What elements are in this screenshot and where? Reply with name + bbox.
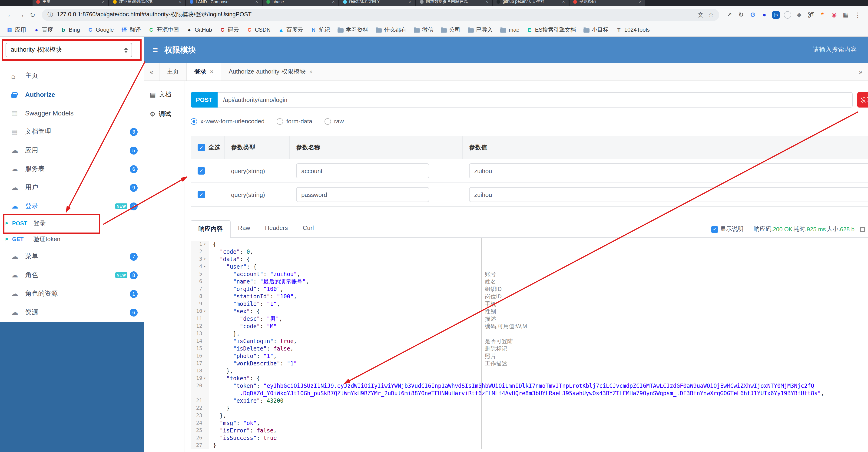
response-tab[interactable]: Curl [295, 220, 321, 238]
hujiang-extension-icon[interactable]: 泸 [807, 11, 814, 19]
url-text[interactable]: 127.0.0.1:8760/api/gate/doc.html#/author… [57, 11, 693, 19]
bookmark-item[interactable]: EES搜索引擎文档 [527, 26, 576, 34]
doc-tab[interactable]: 登录× [187, 63, 221, 81]
sidebar-api-get[interactable]: ⚑GET验证token [0, 231, 144, 247]
select-all-checkbox[interactable]: ✓ [197, 144, 205, 151]
paw-extension-icon[interactable]: ● [761, 11, 768, 19]
tabs-collapse-right[interactable]: » [852, 63, 868, 81]
header-search-input[interactable]: 请输入搜索内容 [813, 46, 857, 54]
bookmark-item[interactable]: 微信 [414, 26, 433, 34]
omnibox[interactable]: ⓘ 127.0.0.1:8760/api/gate/doc.html#/auth… [42, 9, 719, 21]
browser-tab[interactable]: 建业高远测试环境× [109, 0, 185, 6]
site-info-icon[interactable]: ⓘ [48, 11, 53, 19]
doc-menu-doc[interactable]: ▤文档 [144, 85, 185, 104]
tab-close-icon[interactable]: × [485, 0, 488, 4]
tab-close-icon[interactable]: × [179, 0, 181, 4]
param-name-input[interactable] [296, 163, 429, 178]
response-tab[interactable]: Headers [257, 220, 295, 238]
param-value-input[interactable] [469, 163, 868, 178]
bookmark-item[interactable]: GGoogle [87, 27, 114, 33]
bookmark-item[interactable]: 什么都有 [376, 26, 406, 34]
sidebar-item-login[interactable]: ☁登录NEW2 [0, 197, 144, 216]
bookmark-item[interactable]: 已导入 [468, 26, 493, 34]
fold-arrow-icon[interactable]: ▾ [204, 375, 209, 382]
tabs-collapse-left[interactable]: « [144, 63, 159, 81]
bookmark-item[interactable]: G码云 [219, 26, 239, 34]
bookmark-item[interactable]: 小目标 [584, 26, 609, 34]
reload-icon[interactable]: ↻ [27, 11, 38, 19]
fold-arrow-icon[interactable]: ▾ [204, 308, 209, 315]
bookmark-item[interactable]: 学习资料 [338, 26, 368, 34]
param-name-input[interactable] [296, 187, 429, 202]
bookmark-item[interactable]: mac [500, 27, 519, 33]
bookmark-item[interactable]: C开源中国 [148, 26, 179, 34]
browser-tab[interactable]: LAND - Compose…× [186, 0, 262, 6]
history-extension-icon[interactable]: ↻ [737, 11, 745, 19]
bookmark-item[interactable]: N笔记 [311, 26, 330, 34]
apps-grid-extension-icon[interactable]: ▦ [842, 11, 849, 19]
browser-tab[interactable]: react 域名导向？× [339, 0, 415, 6]
tab-close-icon[interactable]: × [639, 0, 642, 4]
bookmark-item[interactable]: ▲百度云 [278, 26, 303, 34]
tab-close-icon[interactable]: × [409, 0, 411, 4]
sidebar-item-resource[interactable]: ☁资源6 [0, 303, 144, 322]
fold-arrow-icon[interactable]: ▾ [204, 241, 209, 248]
sidebar-api-post[interactable]: ⚑POST登录 [0, 216, 144, 231]
param-checkbox[interactable]: ✓ [197, 191, 205, 198]
content-type-radio[interactable]: raw [324, 118, 344, 125]
bookmark-item[interactable]: ●百度 [33, 26, 53, 34]
browser-tab[interactable]: github pecan/天天生鲜× [493, 0, 568, 6]
forward-icon[interactable]: → [16, 11, 27, 19]
tab-close-icon[interactable]: × [332, 0, 335, 4]
param-value-input[interactable] [469, 187, 868, 202]
tab-close-icon[interactable]: × [255, 0, 258, 4]
tab-close-icon[interactable]: × [562, 0, 565, 4]
fold-arrow-icon[interactable]: ▾ [204, 263, 209, 271]
show-description-checkbox[interactable]: ✓ [712, 226, 718, 232]
circle-extension-icon[interactable] [784, 11, 791, 19]
sidebar-item-role[interactable]: ☁角色NEW8 [0, 266, 144, 284]
hamburger-icon[interactable]: ≡ [153, 45, 158, 55]
response-tab[interactable]: Raw [230, 220, 257, 238]
tab-close-icon[interactable]: × [210, 68, 213, 75]
sidebar-item-app[interactable]: ☁应用5 [0, 141, 144, 160]
browser-tab[interactable]: hbase× [263, 0, 338, 6]
back-icon[interactable]: ← [5, 11, 16, 19]
service-group-select[interactable]: authority-权限模块 [6, 43, 132, 57]
sidebar-item-menu[interactable]: ☁菜单7 [0, 247, 144, 266]
sidebar-item-home[interactable]: ⌂主页 [0, 66, 144, 85]
tab-close-icon[interactable]: × [309, 68, 313, 75]
fullscreen-icon[interactable] [860, 227, 865, 232]
doc-tab[interactable]: Authorize-authority-权限模块× [221, 63, 320, 81]
doc-menu-debug[interactable]: ⚙调试 [144, 104, 185, 124]
bookmark-item[interactable]: ●GitHub [186, 27, 212, 33]
tab-close-icon[interactable]: × [102, 0, 104, 4]
sidebar-item-service[interactable]: ☁服务表6 [0, 160, 144, 178]
bookmark-star-icon[interactable]: ☆ [708, 11, 714, 18]
sidebar-item-docs-manage[interactable]: ▤文档管理3 [0, 122, 144, 141]
share-extension-icon[interactable]: ↗ [726, 11, 733, 19]
jsfiddle-extension-icon[interactable]: js [772, 11, 780, 19]
shield-extension-icon[interactable]: ◆ [796, 11, 803, 19]
asterisk-extension-icon[interactable]: * [819, 11, 826, 19]
param-checkbox[interactable]: ✓ [197, 167, 205, 175]
translate-icon[interactable]: 文 [698, 10, 704, 19]
content-type-radio[interactable]: x-www-form-urlencoded [191, 118, 265, 125]
browser-tab[interactable]: 回放数据参考网站在线× [416, 0, 492, 6]
bookmark-item[interactable]: ▦应用 [6, 26, 26, 34]
doc-tab[interactable]: 主页 [159, 63, 187, 81]
bookmark-item[interactable]: CCSDN [246, 27, 271, 33]
sidebar-item-authorize[interactable]: Authorize [0, 85, 144, 104]
bookmark-item[interactable]: bBing [60, 27, 80, 33]
response-tab[interactable]: 响应内容 [191, 220, 230, 238]
sidebar-item-role-resource[interactable]: ☁角色的资源1 [0, 284, 144, 303]
bookmark-item[interactable]: 公司 [441, 26, 460, 34]
sidebar-item-user[interactable]: ☁用户9 [0, 178, 144, 197]
google-extension-icon[interactable]: G [749, 11, 756, 19]
browser-tab[interactable]: 例题条码× [569, 0, 645, 6]
send-button[interactable]: 发送 [857, 92, 868, 108]
pin-extension-icon[interactable]: ◉ [830, 11, 838, 19]
fold-arrow-icon[interactable]: ▾ [204, 256, 209, 263]
browser-tab[interactable]: 主页× [33, 0, 108, 6]
content-type-radio[interactable]: form-data [277, 118, 312, 125]
